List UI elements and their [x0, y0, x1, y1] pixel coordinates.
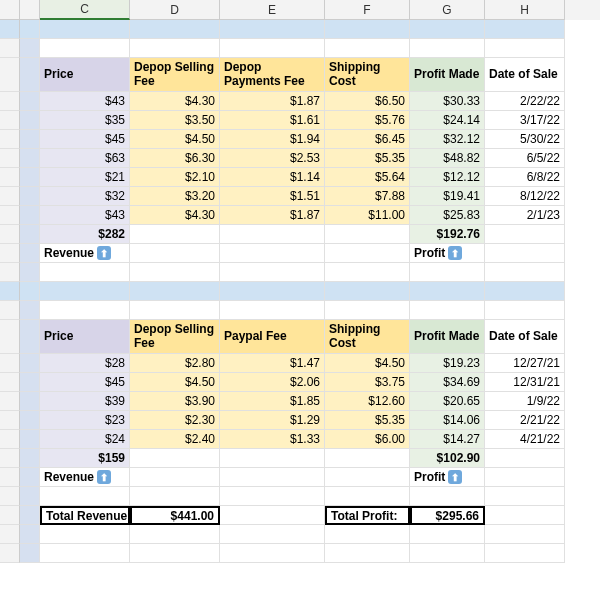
cell-profit[interactable]: $12.12 [410, 168, 485, 187]
cell-profit[interactable]: $19.41 [410, 187, 485, 206]
cell-price[interactable]: $32 [40, 187, 130, 206]
col-head-f[interactable]: F [325, 0, 410, 20]
header-date[interactable]: Date of Sale [485, 320, 565, 354]
cell-fee1[interactable]: $2.40 [130, 430, 220, 449]
cell-ship[interactable]: $5.35 [325, 411, 410, 430]
cell-fee2[interactable]: $1.47 [220, 354, 325, 373]
cell-price[interactable]: $23 [40, 411, 130, 430]
cell-price[interactable]: $45 [40, 373, 130, 392]
header-shipping[interactable]: Shipping Cost [325, 58, 410, 92]
total-price[interactable]: $282 [40, 225, 130, 244]
cell-fee2[interactable]: $1.85 [220, 392, 325, 411]
total-profit-value[interactable]: $295.66 [410, 506, 485, 525]
header-date[interactable]: Date of Sale [485, 58, 565, 92]
cell-price[interactable]: $63 [40, 149, 130, 168]
cell-ship[interactable]: $6.50 [325, 92, 410, 111]
header-profit[interactable]: Profit Made [410, 58, 485, 92]
cell-price[interactable]: $21 [40, 168, 130, 187]
cell-fee1[interactable]: $2.30 [130, 411, 220, 430]
revenue-label[interactable]: Revenue⬆ [40, 244, 130, 263]
cell-fee2[interactable]: $2.06 [220, 373, 325, 392]
cell-price[interactable]: $45 [40, 130, 130, 149]
cell-fee1[interactable]: $4.50 [130, 373, 220, 392]
cell-ship[interactable]: $11.00 [325, 206, 410, 225]
cell-price[interactable]: $43 [40, 206, 130, 225]
cell-date[interactable]: 8/12/22 [485, 187, 565, 206]
cell-date[interactable]: 1/9/22 [485, 392, 565, 411]
cell-ship[interactable]: $5.76 [325, 111, 410, 130]
cell-profit[interactable]: $14.06 [410, 411, 485, 430]
cell-fee2[interactable]: $2.53 [220, 149, 325, 168]
total-revenue-label[interactable]: Total Revenue: [40, 506, 130, 525]
cell-ship[interactable]: $6.00 [325, 430, 410, 449]
cell-price[interactable]: $39 [40, 392, 130, 411]
cell-ship[interactable]: $5.64 [325, 168, 410, 187]
profit-label[interactable]: Profit⬆ [410, 468, 485, 487]
header-shipping[interactable]: Shipping Cost [325, 320, 410, 354]
col-head-g[interactable]: G [410, 0, 485, 20]
cell-profit[interactable]: $34.69 [410, 373, 485, 392]
cell-date[interactable]: 12/27/21 [485, 354, 565, 373]
header-profit[interactable]: Profit Made [410, 320, 485, 354]
cell-profit[interactable]: $20.65 [410, 392, 485, 411]
cell-profit[interactable]: $30.33 [410, 92, 485, 111]
cell-price[interactable]: $28 [40, 354, 130, 373]
cell-profit[interactable]: $32.12 [410, 130, 485, 149]
cell-profit[interactable]: $25.83 [410, 206, 485, 225]
cell-fee1[interactable]: $4.30 [130, 206, 220, 225]
cell-date[interactable]: 2/21/22 [485, 411, 565, 430]
col-head-h[interactable]: H [485, 0, 565, 20]
cell-date[interactable]: 5/30/22 [485, 130, 565, 149]
col-head[interactable] [0, 0, 20, 20]
total-profit[interactable]: $192.76 [410, 225, 485, 244]
cell-fee1[interactable]: $2.80 [130, 354, 220, 373]
total-profit-label[interactable]: Total Profit: [325, 506, 410, 525]
cell-profit[interactable]: $14.27 [410, 430, 485, 449]
revenue-label[interactable]: Revenue⬆ [40, 468, 130, 487]
cell-fee2[interactable]: $1.51 [220, 187, 325, 206]
col-head-d[interactable]: D [130, 0, 220, 20]
col-head-c[interactable]: C [40, 0, 130, 20]
cell-price[interactable]: $43 [40, 92, 130, 111]
cell-date[interactable]: 4/21/22 [485, 430, 565, 449]
header-selling-fee[interactable]: Depop Selling Fee [130, 58, 220, 92]
header-price[interactable]: Price [40, 58, 130, 92]
cell-fee2[interactable]: $1.87 [220, 206, 325, 225]
cell-fee1[interactable]: $3.90 [130, 392, 220, 411]
cell-ship[interactable]: $3.75 [325, 373, 410, 392]
cell-fee1[interactable]: $4.50 [130, 130, 220, 149]
cell-fee1[interactable]: $3.20 [130, 187, 220, 206]
cell-price[interactable]: $35 [40, 111, 130, 130]
cell-fee2[interactable]: $1.14 [220, 168, 325, 187]
col-head[interactable] [20, 0, 40, 20]
cell-fee2[interactable]: $1.87 [220, 92, 325, 111]
total-price[interactable]: $159 [40, 449, 130, 468]
cell-price[interactable]: $24 [40, 430, 130, 449]
cell-ship[interactable]: $7.88 [325, 187, 410, 206]
cell-fee2[interactable]: $1.94 [220, 130, 325, 149]
cell-ship[interactable]: $5.35 [325, 149, 410, 168]
cell-fee1[interactable]: $3.50 [130, 111, 220, 130]
cell-fee2[interactable]: $1.33 [220, 430, 325, 449]
cell-profit[interactable]: $19.23 [410, 354, 485, 373]
cell-fee2[interactable]: $1.61 [220, 111, 325, 130]
cell-profit[interactable]: $48.82 [410, 149, 485, 168]
header-paypal-fee[interactable]: Paypal Fee [220, 320, 325, 354]
header-payments-fee[interactable]: Depop Payments Fee [220, 58, 325, 92]
cell-profit[interactable]: $24.14 [410, 111, 485, 130]
cell-fee1[interactable]: $2.10 [130, 168, 220, 187]
header-price[interactable]: Price [40, 320, 130, 354]
total-profit[interactable]: $102.90 [410, 449, 485, 468]
cell-date[interactable]: 2/1/23 [485, 206, 565, 225]
cell-date[interactable]: 3/17/22 [485, 111, 565, 130]
cell-ship[interactable]: $6.45 [325, 130, 410, 149]
total-revenue-value[interactable]: $441.00 [130, 506, 220, 525]
cell-date[interactable]: 2/22/22 [485, 92, 565, 111]
cell-ship[interactable]: $4.50 [325, 354, 410, 373]
cell-ship[interactable]: $12.60 [325, 392, 410, 411]
cell-date[interactable]: 6/8/22 [485, 168, 565, 187]
cell-fee2[interactable]: $1.29 [220, 411, 325, 430]
cell-date[interactable]: 12/31/21 [485, 373, 565, 392]
col-head-e[interactable]: E [220, 0, 325, 20]
cell-fee1[interactable]: $4.30 [130, 92, 220, 111]
